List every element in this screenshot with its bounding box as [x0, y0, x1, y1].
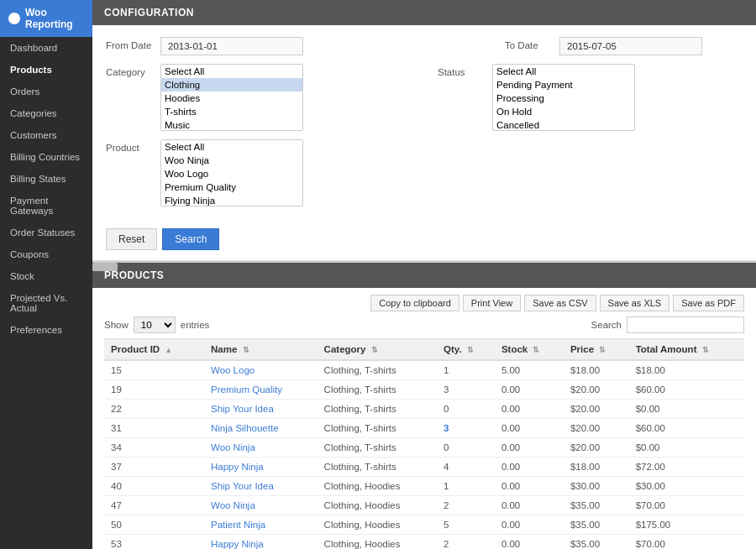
col-stock[interactable]: Stock ⇅	[495, 339, 564, 361]
save-pdf-button[interactable]: Save as PDF	[673, 295, 744, 311]
col-price[interactable]: Price ⇅	[564, 339, 629, 361]
status-select[interactable]: Select All Pending Payment Processing On…	[492, 64, 635, 131]
products-header: PRODUCTS	[92, 263, 756, 288]
status-label: Status	[438, 64, 484, 77]
cell-category: Clothing, Hoodies	[318, 515, 437, 535]
cell-product-id: 37	[104, 458, 204, 477]
sort-icon-stock: ⇅	[533, 346, 539, 354]
config-header: CONFIGURATION	[92, 0, 756, 25]
cell-product-id: 34	[104, 438, 204, 458]
save-xls-button[interactable]: Save as XLS	[600, 295, 670, 311]
to-date-input[interactable]	[559, 37, 702, 55]
cell-qty: 3	[437, 380, 495, 400]
entries-label: entries	[181, 320, 210, 330]
sidebar-item-projected-vs-actual[interactable]: Projected Vs. Actual	[0, 287, 92, 319]
cell-category: Clothing, T-shirts	[318, 400, 437, 419]
cell-price: $35.00	[564, 515, 629, 535]
cell-stock: 0.00	[495, 496, 564, 515]
cell-stock: 0.00	[495, 535, 564, 550]
table-row: 19 Premium Quality Clothing, T-shirts 3 …	[104, 380, 744, 400]
category-select[interactable]: Select All Clothing Hoodies T-shirts Mus…	[160, 64, 303, 131]
category-field: Category Select All Clothing Hoodies T-s…	[106, 64, 303, 131]
cell-qty: 1	[437, 360, 495, 380]
cell-product-name[interactable]: Happy Ninja	[204, 535, 318, 550]
cell-product-name[interactable]: Ninja Silhouette	[204, 419, 318, 438]
cell-price: $20.00	[564, 438, 629, 458]
cell-stock: 0.00	[495, 477, 564, 496]
from-date-input[interactable]	[160, 37, 303, 55]
sidebar-item-products[interactable]: Products	[0, 59, 92, 81]
table-row: 34 Woo Ninja Clothing, T-shirts 0 0.00 $…	[104, 438, 744, 458]
cell-product-name[interactable]: Woo Ninja	[204, 438, 318, 458]
cell-total: $18.00	[629, 360, 744, 380]
cell-product-name[interactable]: Woo Logo	[204, 360, 318, 380]
save-csv-button[interactable]: Save as CSV	[524, 295, 596, 311]
cell-total: $175.00	[629, 515, 744, 535]
col-name[interactable]: Name ⇅	[204, 339, 318, 361]
horizontal-scrollbar[interactable]	[92, 261, 756, 263]
sidebar-item-orders[interactable]: Orders	[0, 81, 92, 102]
sort-icon-total: ⇅	[702, 346, 709, 354]
sidebar-item-stock[interactable]: Stock	[0, 265, 92, 287]
col-qty[interactable]: Qty. ⇅	[437, 339, 495, 361]
sidebar-item-order-statuses[interactable]: Order Statuses	[0, 222, 92, 243]
cell-product-id: 19	[104, 380, 204, 400]
config-panel: CONFIGURATION From Date To Date Category	[92, 0, 756, 261]
cell-stock: 0.00	[495, 515, 564, 535]
cell-category: Clothing, Hoodies	[318, 535, 437, 550]
cell-product-id: 22	[104, 400, 204, 419]
cell-product-id: 53	[104, 535, 204, 550]
sidebar-item-preferences[interactable]: Preferences	[0, 319, 92, 341]
show-entries-select[interactable]: 10 25 50 100	[134, 316, 176, 333]
sidebar-item-categories[interactable]: Categories	[0, 102, 92, 124]
sidebar-item-billing-countries[interactable]: Billing Countries	[0, 146, 92, 168]
print-view-button[interactable]: Print View	[463, 295, 521, 311]
table-row: 47 Woo Ninja Clothing, Hoodies 2 0.00 $3…	[104, 496, 744, 515]
category-label: Category	[106, 64, 152, 77]
data-table: Product ID ▲ Name ⇅ Category ⇅ Qty.	[104, 338, 744, 549]
cell-total: $70.00	[629, 535, 744, 550]
cell-price: $18.00	[564, 360, 629, 380]
scrollbar-thumb[interactable]	[92, 263, 118, 271]
cell-product-name[interactable]: Happy Ninja	[204, 458, 318, 477]
sidebar-item-customers[interactable]: Customers	[0, 124, 92, 146]
col-product-id[interactable]: Product ID ▲	[104, 339, 204, 361]
cell-qty: 5	[437, 515, 495, 535]
product-field: Product Select All Woo Ninja Woo Logo Pr…	[106, 139, 303, 207]
cell-product-name[interactable]: Ship Your Idea	[204, 477, 318, 496]
copy-to-clipboard-button[interactable]: Copy to clipboard	[370, 295, 459, 311]
cell-price: $30.00	[564, 477, 629, 496]
cell-category: Clothing, T-shirts	[318, 380, 437, 400]
reset-button[interactable]: Reset	[106, 228, 157, 250]
cell-stock: 5.00	[495, 360, 564, 380]
sidebar-item-dashboard[interactable]: Dashboard	[0, 37, 92, 59]
search-input[interactable]	[627, 316, 744, 333]
cell-price: $35.00	[564, 496, 629, 515]
sidebar-item-coupons[interactable]: Coupons	[0, 243, 92, 265]
from-date-field: From Date	[106, 37, 303, 55]
table-controls: Show 10 25 50 100 entries Search	[104, 316, 744, 333]
search-button[interactable]: Search	[162, 228, 219, 250]
cell-product-name[interactable]: Premium Quality	[204, 380, 318, 400]
col-total[interactable]: Total Amount ⇅	[629, 339, 744, 361]
cell-stock: 0.00	[495, 400, 564, 419]
config-actions: Reset Search	[92, 223, 756, 260]
sort-icon-id: ▲	[165, 346, 172, 354]
table-header-row: Product ID ▲ Name ⇅ Category ⇅ Qty.	[104, 339, 744, 361]
product-select[interactable]: Select All Woo Ninja Woo Logo Premium Qu…	[160, 139, 303, 207]
sort-icon-name: ⇅	[243, 346, 249, 354]
config-row-dates: From Date To Date	[106, 37, 743, 55]
toolbar-right: Copy to clipboard Print View Save as CSV…	[370, 295, 744, 311]
status-field: Status Select All Pending Payment Proces…	[438, 64, 635, 131]
cell-product-id: 47	[104, 496, 204, 515]
sidebar-header: Woo Reporting	[0, 0, 92, 37]
table-row: 53 Happy Ninja Clothing, Hoodies 2 0.00 …	[104, 535, 744, 550]
sidebar-item-billing-states[interactable]: Billing States	[0, 168, 92, 190]
to-date-label: To Date	[505, 37, 551, 50]
cell-product-name[interactable]: Woo Ninja	[204, 496, 318, 515]
table-row: 15 Woo Logo Clothing, T-shirts 1 5.00 $1…	[104, 360, 744, 380]
cell-product-name[interactable]: Patient Ninja	[204, 515, 318, 535]
sidebar-item-payment-gateways[interactable]: Payment Gateways	[0, 190, 92, 222]
cell-product-name[interactable]: Ship Your Idea	[204, 400, 318, 419]
col-category[interactable]: Category ⇅	[318, 339, 437, 361]
